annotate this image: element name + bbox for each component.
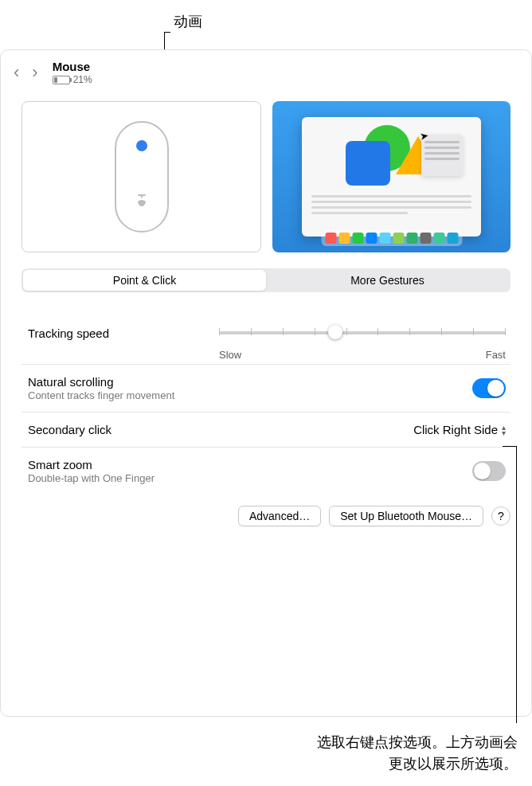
tab-point-click[interactable]: Point & Click — [23, 270, 266, 291]
page-title: Mouse — [53, 60, 92, 73]
dock-item — [366, 233, 377, 244]
natural-scrolling-label: Natural scrolling — [28, 375, 174, 389]
advanced-button[interactable]: Advanced… — [238, 506, 321, 526]
secondary-click-label: Secondary click — [28, 423, 111, 436]
dock-item — [420, 233, 431, 244]
dock-item — [379, 233, 390, 244]
smart-zoom-toggle[interactable] — [472, 461, 506, 481]
mouse-illustration-panel — [22, 101, 261, 252]
tab-bar: Point & Click More Gestures — [22, 268, 510, 292]
footer-buttons: Advanced… Set Up Bluetooth Mouse… ? — [1, 495, 531, 538]
dock-item — [433, 233, 444, 244]
callout-line — [516, 446, 517, 723]
battery-status: 21% — [53, 74, 92, 85]
preview-desktop: ➤ — [302, 117, 481, 237]
settings-list: Tracking speed Slow Fast — [22, 313, 510, 495]
title-block: Mouse 21% — [53, 60, 92, 85]
dock-item — [325, 233, 336, 244]
annotation-bottom-line2: 更改以展示所选项。 — [317, 753, 518, 775]
svg-rect-0 — [115, 122, 168, 232]
dock-item — [406, 233, 417, 244]
cursor-icon: ➤ — [419, 129, 429, 143]
annotation-bottom: 选取右键点按选项。上方动画会 更改以展示所选项。 — [317, 732, 518, 775]
preview-row: ➤ — [1, 101, 531, 252]
smart-zoom-row: Smart zoom Double-tap with One Finger — [22, 448, 510, 495]
forward-button[interactable]: › — [32, 64, 37, 81]
svg-rect-3 — [138, 194, 146, 196]
battery-icon — [53, 76, 70, 84]
chevron-updown-icon: ▴▾ — [502, 424, 506, 436]
svg-point-2 — [140, 196, 143, 198]
slider-slow-label: Slow — [219, 349, 241, 361]
slider-thumb[interactable] — [328, 325, 342, 339]
svg-point-1 — [136, 140, 147, 151]
settings-window: ‹ › Mouse 21% — [0, 49, 532, 717]
tracking-speed-label: Tracking speed — [28, 323, 219, 340]
mouse-icon — [111, 117, 173, 237]
natural-scrolling-toggle[interactable] — [472, 378, 506, 398]
slider-fast-label: Fast — [486, 349, 506, 361]
tracking-speed-slider[interactable] — [219, 323, 506, 350]
natural-scrolling-row: Natural scrolling Content tracks finger … — [22, 365, 510, 413]
tab-more-gestures[interactable]: More Gestures — [266, 270, 509, 291]
smart-zoom-label: Smart zoom — [28, 458, 155, 471]
preview-shape-square — [346, 141, 390, 186]
secondary-click-row: Secondary click Click Right Side ▴▾ — [22, 413, 510, 448]
secondary-click-popup[interactable]: Click Right Side ▴▾ — [413, 423, 506, 436]
tracking-speed-row: Tracking speed Slow Fast — [22, 313, 510, 365]
back-button[interactable]: ‹ — [14, 64, 19, 81]
gesture-preview-panel: ➤ — [272, 101, 510, 252]
preview-dock — [321, 230, 462, 246]
secondary-click-value: Click Right Side — [413, 423, 498, 436]
smart-zoom-sub: Double-tap with One Finger — [28, 472, 155, 484]
annotation-top: 动画 — [174, 12, 202, 31]
dock-item — [447, 233, 458, 244]
help-button[interactable]: ? — [491, 506, 510, 526]
dock-item — [393, 233, 404, 244]
window-header: ‹ › Mouse 21% — [1, 50, 531, 90]
annotation-bottom-line1: 选取右键点按选项。上方动画会 — [317, 732, 518, 753]
natural-scrolling-sub: Content tracks finger movement — [28, 389, 174, 401]
nav-arrows: ‹ › — [14, 64, 38, 81]
setup-bluetooth-button[interactable]: Set Up Bluetooth Mouse… — [329, 506, 483, 526]
preview-text-lines — [311, 192, 471, 217]
dock-item — [352, 233, 363, 244]
dock-item — [338, 233, 350, 244]
battery-percent: 21% — [73, 74, 92, 85]
